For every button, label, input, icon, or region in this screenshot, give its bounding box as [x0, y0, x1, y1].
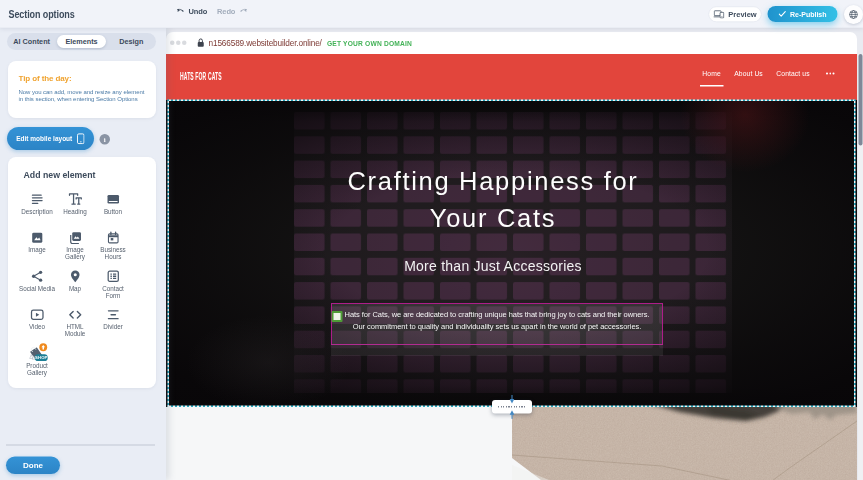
svg-text:SHOP: SHOP [35, 355, 48, 360]
info-icon[interactable]: i [100, 134, 111, 145]
element-label: HTML Module [56, 324, 94, 338]
website-canvas: HATS FOR CATS Home About Us Contact us [166, 54, 857, 480]
element-item-video[interactable]: Video [18, 301, 56, 340]
panel-tabs: AI Content Elements Design [7, 33, 156, 50]
element-item-image[interactable]: Image [18, 224, 56, 263]
republish-button[interactable]: Re-Publish [768, 6, 838, 22]
element-item-contact-form[interactable]: Contact Form [94, 262, 132, 301]
tab-ai-content[interactable]: AI Content [7, 33, 56, 50]
undo-icon [176, 7, 185, 16]
preview-label: Preview [728, 10, 756, 19]
business-hours-icon [106, 230, 121, 245]
element-label: Button [94, 209, 132, 216]
undo-label: Undo [189, 7, 208, 16]
element-label: Product Gallery [18, 363, 56, 377]
add-new-element-card: Add new element Description [8, 157, 156, 388]
element-label: Divider [94, 324, 132, 331]
add-element-title: Add new element [24, 170, 96, 181]
product-gallery-icon: SHOP [26, 343, 48, 361]
tab-elements[interactable]: Elements [57, 35, 106, 48]
nav-link-contact[interactable]: Contact us [776, 70, 809, 78]
check-icon [778, 11, 786, 17]
element-item-html-module[interactable]: HTML Module [56, 301, 94, 340]
description-icon [30, 192, 45, 207]
resize-arrow-up-icon [508, 410, 516, 421]
lock-icon [197, 38, 205, 48]
edit-mobile-layout-button[interactable]: Edit mobile layout [7, 127, 94, 150]
element-item-heading[interactable]: Heading [56, 185, 94, 224]
hero-section[interactable]: Crafting Happiness for Your Cats More th… [166, 100, 857, 407]
site-preview: n1566589.websitebuilder.online/ GET YOUR… [166, 28, 863, 480]
smartphone-icon [77, 133, 85, 145]
element-label: Video [18, 324, 56, 331]
globe-icon [849, 10, 859, 20]
element-item-button[interactable]: Button [94, 185, 132, 224]
section-options-panel: AI Content Elements Design Tip of the da… [0, 28, 166, 480]
preview-scrollbar[interactable] [857, 54, 863, 480]
element-label: Contact Form [94, 286, 132, 300]
element-item-divider[interactable]: Divider [94, 301, 132, 340]
element-label: Heading [56, 209, 94, 216]
element-grid: Description Heading [18, 185, 134, 378]
element-item-map[interactable]: Map [56, 262, 94, 301]
html-module-icon [68, 307, 83, 322]
site-logo[interactable]: HATS FOR CATS [180, 69, 222, 83]
republish-label: Re-Publish [790, 10, 827, 18]
hero-heading-line2: Your Cats [312, 200, 674, 237]
browser-dot-icon [176, 40, 181, 45]
tip-body: Now you can add, move and resize any ele… [19, 89, 148, 103]
scrollbar-thumb[interactable] [859, 54, 863, 146]
browser-dot-icon [182, 40, 187, 45]
element-item-product-gallery[interactable]: SHOP Product Gallery [18, 339, 56, 378]
nav-link-home[interactable]: Home [702, 70, 720, 78]
video-icon [30, 307, 45, 322]
tip-title: Tip of the day: [19, 74, 72, 83]
undo-button[interactable]: Undo [176, 7, 207, 16]
hero-heading-line1: Crafting Happiness for [312, 163, 674, 200]
element-item-description[interactable]: Description [18, 185, 56, 224]
resize-arrow-down-icon [508, 395, 516, 406]
tip-of-the-day-card: Tip of the day: Now you can add, move an… [8, 61, 156, 118]
preview-button[interactable]: Preview [709, 7, 762, 23]
topbar: Section options Undo Redo Preview [0, 0, 863, 28]
element-item-image-gallery[interactable]: Image Gallery [56, 224, 94, 263]
element-label: Social Media [18, 286, 56, 293]
divider-icon [106, 307, 121, 322]
section-selection-border-top [168, 100, 856, 101]
page-title: Section options [9, 9, 75, 21]
redo-label: Redo [217, 7, 235, 16]
element-item-social-media[interactable]: Social Media [18, 262, 56, 301]
social-media-icon [30, 269, 45, 284]
redo-button[interactable]: Redo [217, 7, 248, 16]
site-navbar: HATS FOR CATS Home About Us Contact us [166, 54, 857, 100]
element-label: Map [56, 286, 94, 293]
get-your-own-domain-link[interactable]: GET YOUR OWN DOMAIN [327, 39, 412, 48]
done-button[interactable]: Done [6, 457, 60, 475]
nav-more-icon[interactable] [826, 73, 834, 75]
element-label: Description [18, 209, 56, 216]
nav-link-about[interactable]: About Us [734, 70, 763, 78]
grip-dots [498, 406, 527, 408]
element-item-business-hours[interactable]: Business Hours [94, 224, 132, 263]
map-icon [68, 269, 83, 284]
section-selection-border-right [854, 100, 855, 408]
heading-icon [68, 192, 83, 207]
element-label: Image [18, 247, 56, 254]
tab-design[interactable]: Design [107, 33, 156, 50]
element-label: Image Gallery [56, 247, 94, 261]
hero-body-line1: Hats for Cats, we are dedicated to craft… [337, 309, 657, 321]
panel-divider [6, 445, 155, 446]
redo-icon [239, 7, 248, 16]
pavement-photo [512, 407, 857, 480]
devices-icon [713, 10, 724, 19]
button-icon [106, 192, 121, 207]
selected-text-element[interactable]: Hats for Cats, we are dedicated to craft… [331, 303, 663, 345]
browser-dot-icon [170, 40, 175, 45]
edit-mobile-layout-label: Edit mobile layout [16, 135, 72, 143]
site-url[interactable]: n1566589.websitebuilder.online/ [209, 39, 322, 49]
hero-heading[interactable]: Crafting Happiness for Your Cats [312, 163, 674, 237]
hero-subheading[interactable]: More than Just Accessories [312, 258, 674, 274]
section-selection-border-left [168, 100, 169, 408]
image-icon [30, 230, 45, 245]
language-globe-button[interactable] [844, 5, 863, 24]
